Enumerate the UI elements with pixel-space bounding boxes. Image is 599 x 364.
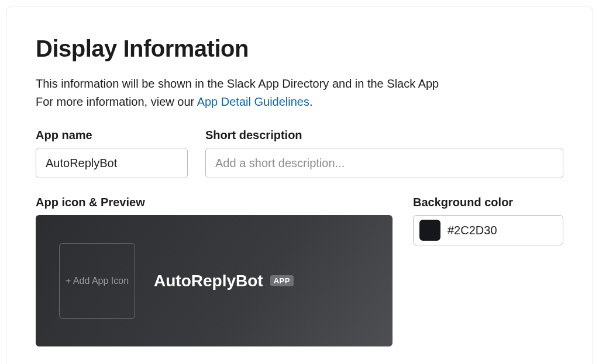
form-row-top: App name Short description — [36, 129, 563, 178]
guidelines-link[interactable]: App Detail Guidelines — [197, 95, 309, 108]
short-description-input[interactable] — [205, 148, 563, 178]
description-line2-prefix: For more information, view our — [36, 95, 197, 108]
form-row-bottom: App icon & Preview + Add App Icon AutoRe… — [36, 196, 563, 346]
app-badge: APP — [270, 275, 294, 286]
background-color-input-wrap[interactable] — [413, 215, 563, 245]
section-description: This information will be shown in the Sl… — [36, 75, 563, 111]
preview-name-wrap: AutoReplyBot APP — [154, 272, 294, 290]
app-name-label: App name — [36, 129, 188, 142]
add-app-icon-text: + Add App Icon — [66, 276, 129, 286]
icon-preview-section: App icon & Preview + Add App Icon AutoRe… — [36, 196, 393, 346]
display-information-card: Display Information This information wil… — [6, 6, 593, 364]
color-swatch[interactable] — [419, 220, 440, 241]
background-color-input[interactable] — [447, 224, 557, 237]
add-app-icon-button[interactable]: + Add App Icon — [59, 243, 135, 319]
section-heading: Display Information — [36, 36, 563, 62]
short-description-field-wrap: Short description — [205, 129, 563, 178]
short-description-label: Short description — [205, 129, 563, 142]
background-color-label: Background color — [413, 196, 563, 209]
preview-app-name: AutoReplyBot — [154, 272, 263, 290]
background-color-section: Background color — [413, 196, 563, 346]
app-name-input[interactable] — [36, 148, 188, 178]
icon-preview-label: App icon & Preview — [36, 196, 393, 209]
description-line2-suffix: . — [309, 95, 313, 108]
description-line1: This information will be shown in the Sl… — [36, 77, 439, 90]
app-preview-box: + Add App Icon AutoReplyBot APP — [36, 215, 393, 346]
app-name-field-wrap: App name — [36, 129, 188, 178]
